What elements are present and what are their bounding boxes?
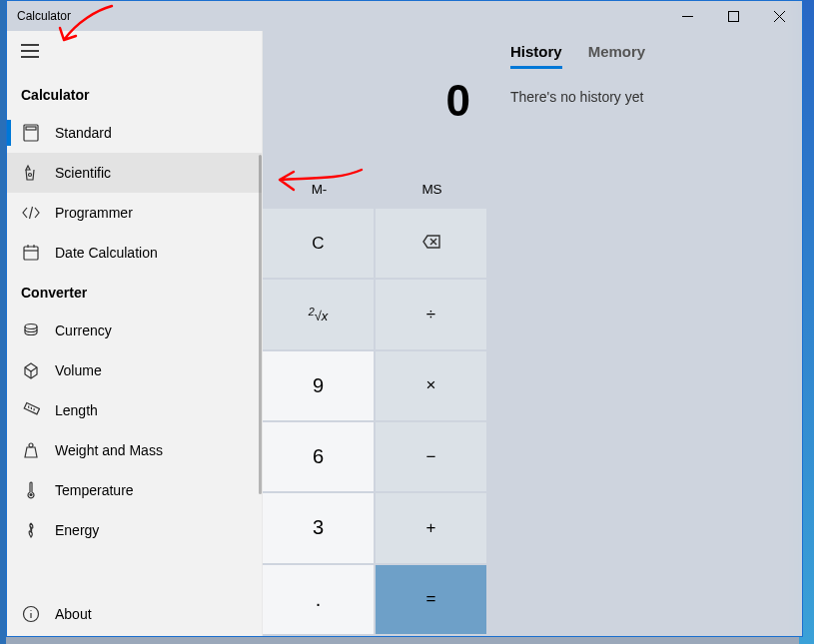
key-backspace[interactable] [376, 209, 486, 278]
close-button[interactable] [756, 1, 802, 31]
energy-icon [21, 520, 41, 540]
scientific-icon [21, 163, 41, 183]
nav-item-currency[interactable]: Currency [7, 311, 262, 350]
nav-item-label: Programmer [55, 205, 133, 221]
svg-line-24 [28, 406, 30, 408]
tab-history[interactable]: History [510, 43, 562, 69]
svg-rect-1 [728, 11, 738, 21]
svg-point-15 [29, 174, 32, 177]
memory-row: M- MS [263, 171, 488, 207]
key-9[interactable]: 9 [263, 351, 374, 420]
minimize-button[interactable] [664, 1, 710, 31]
weight-icon [21, 440, 41, 460]
key-multiply[interactable]: × [376, 351, 486, 420]
key-decimal[interactable]: . [263, 565, 374, 634]
history-panel: History Memory There's no history yet [488, 31, 802, 636]
numeric-display: 0 [263, 31, 488, 171]
nav-item-label: About [55, 606, 92, 622]
key-equals[interactable]: = [376, 565, 486, 634]
currency-icon [21, 321, 41, 340]
calculator-window: Calculator Calculator Standard [6, 0, 803, 637]
nav-section-calculator: Calculator [7, 75, 262, 113]
tab-memory[interactable]: Memory [588, 43, 646, 69]
svg-rect-17 [24, 247, 38, 260]
nav-item-length[interactable]: Length [7, 390, 262, 430]
hamburger-icon [21, 44, 39, 62]
window-title: Calculator [17, 9, 71, 23]
backspace-icon [422, 234, 440, 254]
standard-icon [21, 123, 41, 143]
svg-line-25 [31, 407, 33, 409]
nav-item-label: Currency [55, 322, 112, 338]
nav-item-about[interactable]: About [7, 594, 262, 634]
titlebar: Calculator [7, 1, 802, 31]
svg-line-26 [33, 408, 35, 410]
nav-item-date-calculation[interactable]: Date Calculation [7, 233, 262, 273]
nav-item-volume[interactable]: Volume [7, 350, 262, 390]
key-divide[interactable]: ÷ [376, 280, 486, 348]
svg-line-16 [30, 207, 33, 219]
nav-section-converter: Converter [7, 273, 262, 311]
svg-point-27 [29, 443, 33, 447]
svg-point-31 [30, 610, 31, 611]
memory-store-button[interactable]: MS [376, 171, 488, 207]
nav-item-temperature[interactable]: Temperature [7, 470, 262, 510]
nav-item-label: Volume [55, 362, 102, 378]
nav-item-label: Weight and Mass [55, 442, 163, 458]
nav-item-label: Date Calculation [55, 245, 158, 261]
nav-list: Calculator Standard Scientific Programme… [7, 75, 262, 594]
key-6[interactable]: 6 [263, 422, 374, 491]
svg-rect-8 [26, 127, 36, 130]
nav-item-energy[interactable]: Energy [7, 510, 262, 550]
history-empty-text: There's no history yet [510, 89, 786, 105]
calendar-icon [21, 243, 41, 263]
main-area: 0 M- MS C 2√x ÷ 9 × 6 − 3 + . = [263, 31, 802, 636]
programmer-icon [21, 203, 41, 223]
nav-scrollbar[interactable] [259, 155, 262, 494]
calculator-column: 0 M- MS C 2√x ÷ 9 × 6 − 3 + . = [263, 31, 488, 636]
nav-item-scientific[interactable]: Scientific [7, 153, 262, 193]
keypad: C 2√x ÷ 9 × 6 − 3 + . = [263, 207, 488, 636]
info-icon [21, 604, 41, 624]
temperature-icon [21, 480, 41, 500]
key-3[interactable]: 3 [263, 493, 374, 562]
nav-item-label: Scientific [55, 165, 111, 181]
nav-item-label: Length [55, 402, 98, 418]
nav-item-label: Energy [55, 522, 99, 538]
key-root[interactable]: 2√x [263, 280, 374, 348]
key-subtract[interactable]: − [376, 422, 486, 491]
svg-point-28 [29, 493, 32, 496]
volume-icon [21, 360, 41, 380]
key-clear[interactable]: C [263, 209, 374, 278]
nav-item-programmer[interactable]: Programmer [7, 193, 262, 233]
nav-item-weight[interactable]: Weight and Mass [7, 430, 262, 470]
nav-item-label: Temperature [55, 482, 134, 498]
svg-point-21 [25, 324, 37, 329]
key-root-label: 2√x [309, 306, 329, 323]
history-tabs: History Memory [510, 43, 786, 69]
nav-item-standard[interactable]: Standard [7, 113, 262, 153]
length-icon [21, 400, 41, 420]
memory-minus-button[interactable]: M- [263, 171, 376, 207]
maximize-button[interactable] [710, 1, 756, 31]
navigation-panel: Calculator Standard Scientific Programme… [7, 31, 263, 636]
hamburger-button[interactable] [7, 31, 262, 75]
window-controls [664, 1, 802, 31]
nav-item-label: Standard [55, 125, 112, 141]
key-add[interactable]: + [376, 493, 486, 562]
